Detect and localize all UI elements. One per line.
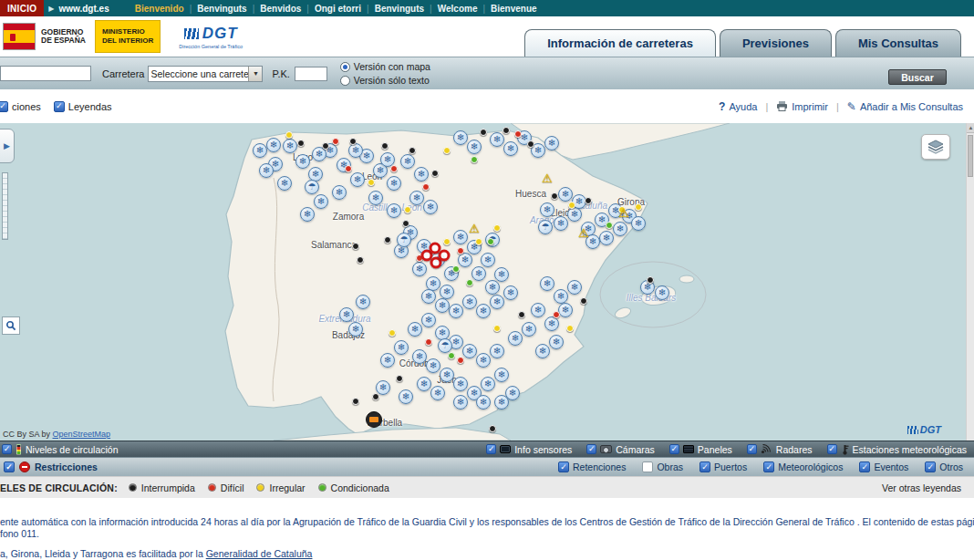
checkbox-puertos[interactable] xyxy=(699,461,710,472)
link-anadir-a-mis-consultas[interactable]: ✎Añadir a Mis Consultas xyxy=(847,100,963,113)
snowfall-marker-icon[interactable]: ❄ xyxy=(348,143,363,158)
map-pan-control[interactable]: ▶ xyxy=(0,129,15,163)
generalidad-link[interactable]: Generalidad de Cataluña xyxy=(206,548,313,559)
gobierno-espana-logo[interactable]: GOBIERNO DE ESPAÑA xyxy=(0,16,93,57)
traffic-level-black-dot[interactable] xyxy=(349,138,357,145)
traffic-level-green-dot[interactable] xyxy=(487,238,494,245)
rain-marker-icon[interactable]: ☂ xyxy=(538,220,553,234)
traffic-level-black-dot[interactable] xyxy=(396,375,403,382)
traffic-level-black-dot[interactable] xyxy=(431,170,439,177)
snowfall-marker-icon[interactable]: ❄ xyxy=(380,353,395,368)
snowfall-marker-icon[interactable]: ❄ xyxy=(376,380,390,395)
snowfall-marker-icon[interactable]: ❄ xyxy=(554,289,568,304)
snowfall-marker-icon[interactable]: ❄ xyxy=(426,358,440,373)
snowfall-marker-icon[interactable]: ❄ xyxy=(503,141,518,156)
traffic-level-black-dot[interactable] xyxy=(503,127,510,134)
snowfall-marker-icon[interactable]: ❄ xyxy=(540,202,554,217)
snowfall-marker-icon[interactable]: ❄ xyxy=(490,344,504,358)
traffic-level-black-dot[interactable] xyxy=(518,311,525,318)
snowfall-marker-icon[interactable]: ❄ xyxy=(599,231,614,245)
map-scrollbar[interactable]: ▲ xyxy=(966,123,974,441)
traffic-level-black-dot[interactable] xyxy=(527,140,534,148)
traffic-level-red-dot[interactable] xyxy=(332,138,339,145)
snowfall-marker-icon[interactable]: ❄ xyxy=(494,395,509,410)
traffic-level-yellow-dot[interactable] xyxy=(285,131,293,139)
snowfall-marker-icon[interactable]: ❄ xyxy=(408,322,422,337)
snowfall-marker-icon[interactable]: ❄ xyxy=(356,295,370,309)
checkbox-paneles[interactable] xyxy=(669,444,679,454)
snowfall-marker-icon[interactable]: ❄ xyxy=(471,266,486,281)
snowfall-marker-icon[interactable]: ❄ xyxy=(462,344,477,358)
traffic-level-red-dot[interactable] xyxy=(457,247,464,254)
traffic-level-green-dot[interactable] xyxy=(606,222,613,229)
snowfall-marker-icon[interactable]: ❄ xyxy=(462,295,477,309)
snowfall-marker-icon[interactable]: ❄ xyxy=(253,143,267,158)
traffic-level-red-dot[interactable] xyxy=(422,183,430,191)
checkbox-radares[interactable] xyxy=(747,444,757,454)
snowfall-marker-icon[interactable]: ❄ xyxy=(490,132,504,147)
welcome-link-welcome-5[interactable]: Welcome xyxy=(438,4,478,14)
snowfall-marker-icon[interactable]: ❄ xyxy=(430,386,445,400)
welcome-link-benvinguts-4[interactable]: Benvinguts xyxy=(375,4,424,14)
map-zoom-button[interactable] xyxy=(2,316,20,335)
radio-unselected-icon[interactable] xyxy=(340,76,350,86)
snowfall-marker-icon[interactable]: ❄ xyxy=(481,377,495,391)
traffic-level-yellow-dot[interactable] xyxy=(475,238,482,245)
traffic-level-black-dot[interactable] xyxy=(322,142,329,150)
traffic-level-black-dot[interactable] xyxy=(352,243,359,250)
welcome-link-bienvenido-0[interactable]: Bienvenido xyxy=(135,4,184,14)
rain-marker-icon[interactable]: ☂ xyxy=(438,338,452,353)
snowfall-marker-icon[interactable]: ❄ xyxy=(300,207,315,222)
snowfall-marker-icon[interactable]: ❄ xyxy=(481,253,495,267)
traffic-level-red-dot[interactable] xyxy=(457,357,464,364)
version-text-option[interactable]: Versión sólo texto xyxy=(340,75,430,86)
snowfall-marker-icon[interactable]: ❄ xyxy=(549,335,564,349)
restriction-marker-icon[interactable] xyxy=(430,243,441,254)
radio-selected-icon[interactable] xyxy=(340,62,350,72)
checkbox-camaras[interactable] xyxy=(586,444,596,454)
restricciones-checkbox[interactable] xyxy=(4,461,15,472)
snowfall-marker-icon[interactable]: ❄ xyxy=(655,285,669,300)
traffic-level-yellow-dot[interactable] xyxy=(443,238,451,245)
traffic-level-red-dot[interactable] xyxy=(553,311,560,318)
traffic-level-yellow-dot[interactable] xyxy=(493,325,501,332)
snowfall-marker-icon[interactable]: ❄ xyxy=(314,194,328,209)
snowfall-marker-icon[interactable]: ❄ xyxy=(567,207,582,222)
map-layers-button[interactable] xyxy=(921,134,950,160)
snowfall-marker-icon[interactable]: ❄ xyxy=(266,138,281,152)
traffic-level-yellow-dot[interactable] xyxy=(404,206,411,213)
snowfall-marker-icon[interactable]: ❄ xyxy=(412,262,427,276)
snowfall-marker-icon[interactable]: ❄ xyxy=(332,185,347,200)
snowfall-marker-icon[interactable]: ❄ xyxy=(494,368,509,382)
traffic-level-yellow-dot[interactable] xyxy=(443,147,451,154)
filter-checkbox-leyendas[interactable] xyxy=(54,101,65,112)
traffic-level-black-dot[interactable] xyxy=(352,398,359,405)
carretera-select[interactable]: Seleccione una carreter ▼ xyxy=(148,66,263,82)
traffic-level-yellow-dot[interactable] xyxy=(566,325,574,332)
traffic-level-black-dot[interactable] xyxy=(297,140,305,147)
snowfall-marker-icon[interactable]: ❄ xyxy=(414,167,429,181)
traffic-level-yellow-dot[interactable] xyxy=(368,179,375,186)
snowfall-marker-icon[interactable]: ❄ xyxy=(453,130,468,145)
traffic-level-yellow-dot[interactable] xyxy=(568,202,575,209)
traffic-level-black-dot[interactable] xyxy=(357,256,364,264)
welcome-link-benvinguts-1[interactable]: Benvinguts xyxy=(197,4,246,14)
checkbox-eventos[interactable] xyxy=(859,461,870,472)
snowfall-marker-icon[interactable]: ❄ xyxy=(453,395,468,410)
traffic-level-black-dot[interactable] xyxy=(372,393,379,400)
traffic-level-black-dot[interactable] xyxy=(384,236,391,244)
snowfall-marker-icon[interactable]: ❄ xyxy=(453,377,468,391)
traffic-level-black-dot[interactable] xyxy=(551,192,558,200)
traffic-level-black-dot[interactable] xyxy=(580,297,587,305)
map-zoom-slider[interactable] xyxy=(2,172,8,240)
warning-marker-icon[interactable]: ⚠ xyxy=(469,222,480,235)
checkbox-estaciones-meteorologicas[interactable] xyxy=(827,444,837,454)
traffic-level-green-dot[interactable] xyxy=(466,279,473,286)
welcome-link-bienvenue-6[interactable]: Bienvenue xyxy=(491,4,537,14)
snowfall-marker-icon[interactable]: ❄ xyxy=(554,216,568,231)
snowfall-marker-icon[interactable]: ❄ xyxy=(558,187,573,202)
traffic-level-black-dot[interactable] xyxy=(409,147,416,154)
snowfall-marker-icon[interactable]: ❄ xyxy=(476,353,491,368)
snowfall-marker-icon[interactable]: ❄ xyxy=(503,285,518,300)
snowfall-marker-icon[interactable]: ❄ xyxy=(544,316,559,331)
